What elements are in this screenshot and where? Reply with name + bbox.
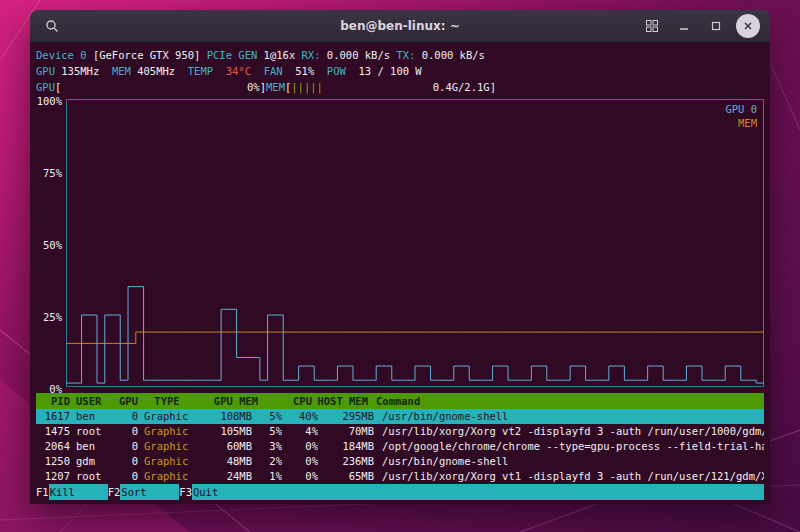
meter-bars: ||||| xyxy=(291,79,323,95)
column-header-gpu[interactable]: GPU xyxy=(114,393,138,409)
cell-command: /usr/bin/gnome-shell xyxy=(374,409,764,424)
search-button[interactable] xyxy=(40,14,64,38)
text-token: TEMP xyxy=(188,65,226,77)
cell-gpu: 0 xyxy=(114,469,138,484)
process-row[interactable]: 1617ben0Graphic108MB5%40%295MB/usr/bin/g… xyxy=(36,409,764,424)
column-header-user[interactable]: USER xyxy=(70,393,114,409)
cell-gpu_mem: 48MB xyxy=(202,454,252,469)
gpu-stats-line: GPU 135MHz MEM 405MHz TEMP 34°C FAN 51% … xyxy=(36,63,764,79)
close-button[interactable] xyxy=(736,14,760,38)
maximize-button[interactable] xyxy=(704,14,728,38)
meters-line: GPU[0%]MEM[|||||0.4G/2.1G] xyxy=(36,79,764,95)
chart-legend: GPU 0MEM xyxy=(725,102,757,130)
table-header-row: PIDUSERGPUTYPEGPU MEMCPUHOST MEMCommand xyxy=(36,393,764,409)
process-row[interactable]: 2064ben0Graphic60MB3%0%184MB/opt/google/… xyxy=(36,439,764,454)
cell-type: Graphic xyxy=(138,469,202,484)
y-axis-label: 25% xyxy=(43,309,62,325)
cell-mem_pct: 2% xyxy=(252,454,282,469)
cell-command: /opt/google/chrome/chrome --type=gpu-pro… xyxy=(374,439,764,454)
function-key-bar: F1KillF2SortF3Quit xyxy=(36,484,764,500)
chart-plot: GPU 0MEM xyxy=(66,99,764,387)
cell-gpu_mem: 108MB xyxy=(202,409,252,424)
fkey-action-sort[interactable]: Sort xyxy=(120,484,179,500)
fkey-action-quit[interactable]: Quit xyxy=(192,484,764,500)
y-axis-label: 0% xyxy=(49,381,62,397)
meter-value: 0% xyxy=(247,79,260,95)
column-header-host-mem[interactable]: HOST MEM xyxy=(312,393,368,409)
cell-user: root xyxy=(70,424,114,439)
process-row[interactable]: 1207root0Graphic24MB1%0%65MB/usr/lib/xor… xyxy=(36,469,764,484)
cell-host_mem: 295MB xyxy=(318,409,374,424)
cell-type: Graphic xyxy=(138,409,202,424)
text-token: POW xyxy=(327,65,359,77)
cell-cpu: 40% xyxy=(282,409,318,424)
text-token: MEM xyxy=(112,65,137,77)
chart-canvas xyxy=(66,99,764,387)
process-row[interactable]: 1250gdm0Graphic48MB2%0%236MB/usr/bin/gno… xyxy=(36,454,764,469)
desktop-wallpaper: ben@ben-linux: ~ xyxy=(0,0,800,532)
text-token: 51% xyxy=(295,65,327,77)
text-token: 1@16x xyxy=(264,49,302,61)
cell-pid: 1250 xyxy=(36,454,70,469)
text-token: 405MHz xyxy=(137,65,188,77)
column-header-command[interactable]: Command xyxy=(368,393,764,409)
text-token: PCIe xyxy=(207,49,239,61)
cell-command: /usr/lib/xorg/Xorg vt2 -displayfd 3 -aut… xyxy=(374,424,764,439)
gpu-history-chart: 100%75%50%25%0% GPU 0MEM xyxy=(36,99,764,387)
close-icon xyxy=(742,20,754,32)
minimize-icon xyxy=(678,20,690,32)
y-axis-label: 100% xyxy=(37,93,62,109)
cell-gpu_mem: 24MB xyxy=(202,469,252,484)
cell-gpu_mem: 60MB xyxy=(202,439,252,454)
window-titlebar[interactable]: ben@ben-linux: ~ xyxy=(30,10,770,43)
search-icon xyxy=(45,19,59,33)
cell-type: Graphic xyxy=(138,439,202,454)
fkey-action-kill[interactable]: Kill xyxy=(49,484,108,500)
cell-user: ben xyxy=(70,439,114,454)
maximize-icon xyxy=(710,20,722,32)
meter-label: MEM xyxy=(266,79,285,95)
terminal-window: ben@ben-linux: ~ xyxy=(30,10,770,504)
cell-gpu_mem: 105MB xyxy=(202,424,252,439)
cell-host_mem: 184MB xyxy=(318,439,374,454)
y-axis-label: 50% xyxy=(43,237,62,253)
text-token: TX: xyxy=(396,49,421,61)
y-axis: 100%75%50%25%0% xyxy=(36,99,66,387)
cell-pid: 1617 xyxy=(36,409,70,424)
process-row[interactable]: 1475root0Graphic105MB5%4%70MB/usr/lib/xo… xyxy=(36,424,764,439)
window-grid-button[interactable] xyxy=(640,14,664,38)
cell-command: /usr/bin/gnome-shell xyxy=(374,454,764,469)
text-token: GEN xyxy=(238,49,263,61)
table-body: 1617ben0Graphic108MB5%40%295MB/usr/bin/g… xyxy=(36,409,764,484)
cell-gpu: 0 xyxy=(114,424,138,439)
cell-gpu: 0 xyxy=(114,439,138,454)
meter-mem: MEM[|||||0.4G/2.1G] xyxy=(266,79,496,95)
text-token: 135MHz xyxy=(61,65,112,77)
text-token: FAN xyxy=(264,65,296,77)
cell-mem_pct: 5% xyxy=(252,409,282,424)
cell-host_mem: 236MB xyxy=(318,454,374,469)
series-mem xyxy=(66,332,764,343)
text-token: [GeForce GTX 950] xyxy=(93,49,207,61)
process-table: PIDUSERGPUTYPEGPU MEMCPUHOST MEMCommand … xyxy=(36,393,764,484)
column-header-cpu[interactable]: CPU xyxy=(276,393,312,409)
bracket: ] xyxy=(490,79,496,95)
text-token: Device 0 xyxy=(36,49,93,61)
cell-user: ben xyxy=(70,409,114,424)
cell-pid: 1207 xyxy=(36,469,70,484)
text-token: 0.000 kB/s xyxy=(422,49,485,61)
column-header-gpu-mem[interactable]: GPU MEM xyxy=(196,393,276,409)
column-header-type[interactable]: TYPE xyxy=(138,393,196,409)
fkey-f1: F1 xyxy=(36,484,49,500)
terminal-body[interactable]: Device 0 [GeForce GTX 950] PCIe GEN 1@16… xyxy=(30,43,770,504)
cell-pid: 1475 xyxy=(36,424,70,439)
legend-mem: MEM xyxy=(725,116,757,130)
minimize-button[interactable] xyxy=(672,14,696,38)
meter-value: 0.4G/2.1G xyxy=(433,79,490,95)
cell-cpu: 4% xyxy=(282,424,318,439)
cell-mem_pct: 1% xyxy=(252,469,282,484)
cell-user: gdm xyxy=(70,454,114,469)
cell-mem_pct: 5% xyxy=(252,424,282,439)
fkey-f2: F2 xyxy=(108,484,121,500)
y-axis-label: 75% xyxy=(43,165,62,181)
